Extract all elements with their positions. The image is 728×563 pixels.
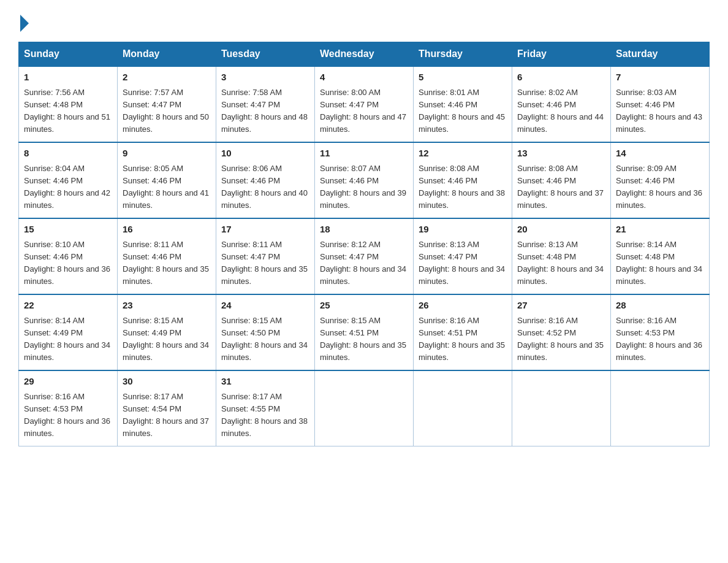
day-number: 19 (419, 223, 507, 237)
calendar-cell: 2 Sunrise: 7:57 AMSunset: 4:47 PMDayligh… (118, 66, 216, 142)
day-number: 13 (517, 147, 605, 161)
day-number: 16 (123, 223, 211, 237)
day-number: 2 (123, 71, 211, 85)
day-number: 15 (24, 223, 112, 237)
calendar-cell: 5 Sunrise: 8:01 AMSunset: 4:46 PMDayligh… (414, 66, 512, 142)
calendar-week-row: 1 Sunrise: 7:56 AMSunset: 4:48 PMDayligh… (19, 66, 710, 142)
day-number: 23 (123, 299, 211, 313)
day-info: Sunrise: 8:17 AMSunset: 4:55 PMDaylight:… (221, 392, 308, 438)
day-number: 28 (616, 299, 704, 313)
day-info: Sunrise: 8:16 AMSunset: 4:51 PMDaylight:… (419, 316, 505, 362)
calendar-cell: 24 Sunrise: 8:15 AMSunset: 4:50 PMDaylig… (216, 294, 315, 370)
day-number: 18 (320, 223, 408, 237)
calendar-cell: 30 Sunrise: 8:17 AMSunset: 4:54 PMDaylig… (118, 370, 216, 446)
day-number: 7 (616, 71, 704, 85)
calendar-cell: 6 Sunrise: 8:02 AMSunset: 4:46 PMDayligh… (512, 66, 611, 142)
logo (18, 12, 29, 29)
calendar-cell (512, 370, 611, 446)
calendar-cell (611, 370, 710, 446)
calendar-week-row: 22 Sunrise: 8:14 AMSunset: 4:49 PMDaylig… (19, 294, 710, 370)
day-number: 26 (419, 299, 507, 313)
day-info: Sunrise: 8:01 AMSunset: 4:46 PMDaylight:… (419, 88, 505, 134)
calendar-cell: 22 Sunrise: 8:14 AMSunset: 4:49 PMDaylig… (19, 294, 118, 370)
day-info: Sunrise: 8:14 AMSunset: 4:48 PMDaylight:… (616, 240, 702, 286)
day-info: Sunrise: 7:56 AMSunset: 4:48 PMDaylight:… (24, 88, 110, 134)
day-info: Sunrise: 8:13 AMSunset: 4:47 PMDaylight:… (419, 240, 505, 286)
day-info: Sunrise: 8:13 AMSunset: 4:48 PMDaylight:… (517, 240, 604, 286)
day-info: Sunrise: 8:08 AMSunset: 4:46 PMDaylight:… (419, 164, 505, 210)
day-info: Sunrise: 8:06 AMSunset: 4:46 PMDaylight:… (221, 164, 308, 210)
day-info: Sunrise: 8:00 AMSunset: 4:47 PMDaylight:… (320, 88, 406, 134)
calendar-week-row: 29 Sunrise: 8:16 AMSunset: 4:53 PMDaylig… (19, 370, 710, 446)
day-info: Sunrise: 8:16 AMSunset: 4:53 PMDaylight:… (24, 392, 110, 438)
calendar-cell: 20 Sunrise: 8:13 AMSunset: 4:48 PMDaylig… (512, 218, 611, 294)
calendar-cell: 10 Sunrise: 8:06 AMSunset: 4:46 PMDaylig… (216, 142, 315, 218)
calendar-cell: 26 Sunrise: 8:16 AMSunset: 4:51 PMDaylig… (414, 294, 512, 370)
page-header (18, 12, 710, 29)
calendar-cell: 1 Sunrise: 7:56 AMSunset: 4:48 PMDayligh… (19, 66, 118, 142)
calendar-cell (315, 370, 414, 446)
day-number: 5 (419, 71, 507, 85)
calendar-cell: 14 Sunrise: 8:09 AMSunset: 4:46 PMDaylig… (611, 142, 710, 218)
calendar-cell: 4 Sunrise: 8:00 AMSunset: 4:47 PMDayligh… (315, 66, 414, 142)
day-info: Sunrise: 8:09 AMSunset: 4:46 PMDaylight:… (616, 164, 702, 210)
day-info: Sunrise: 8:04 AMSunset: 4:46 PMDaylight:… (24, 164, 110, 210)
header-monday: Monday (118, 42, 216, 67)
calendar-cell: 28 Sunrise: 8:16 AMSunset: 4:53 PMDaylig… (611, 294, 710, 370)
day-info: Sunrise: 7:57 AMSunset: 4:47 PMDaylight:… (123, 88, 209, 134)
day-info: Sunrise: 8:14 AMSunset: 4:49 PMDaylight:… (24, 316, 110, 362)
calendar-cell: 9 Sunrise: 8:05 AMSunset: 4:46 PMDayligh… (118, 142, 216, 218)
header-saturday: Saturday (611, 42, 710, 67)
day-info: Sunrise: 8:05 AMSunset: 4:46 PMDaylight:… (123, 164, 209, 210)
calendar-table: SundayMondayTuesdayWednesdayThursdayFrid… (18, 42, 710, 446)
day-info: Sunrise: 7:58 AMSunset: 4:47 PMDaylight:… (221, 88, 308, 134)
day-number: 1 (24, 71, 112, 85)
day-number: 21 (616, 223, 704, 237)
day-number: 20 (517, 223, 605, 237)
day-info: Sunrise: 8:07 AMSunset: 4:46 PMDaylight:… (320, 164, 406, 210)
header-sunday: Sunday (19, 42, 118, 67)
calendar-cell: 23 Sunrise: 8:15 AMSunset: 4:49 PMDaylig… (118, 294, 216, 370)
day-number: 4 (320, 71, 408, 85)
day-info: Sunrise: 8:11 AMSunset: 4:47 PMDaylight:… (221, 240, 308, 286)
calendar-cell: 25 Sunrise: 8:15 AMSunset: 4:51 PMDaylig… (315, 294, 414, 370)
calendar-header-row: SundayMondayTuesdayWednesdayThursdayFrid… (19, 42, 710, 67)
day-number: 9 (123, 147, 211, 161)
day-number: 11 (320, 147, 408, 161)
day-number: 3 (221, 71, 309, 85)
calendar-cell: 3 Sunrise: 7:58 AMSunset: 4:47 PMDayligh… (216, 66, 315, 142)
calendar-cell: 11 Sunrise: 8:07 AMSunset: 4:46 PMDaylig… (315, 142, 414, 218)
day-number: 12 (419, 147, 507, 161)
calendar-cell: 17 Sunrise: 8:11 AMSunset: 4:47 PMDaylig… (216, 218, 315, 294)
calendar-cell: 31 Sunrise: 8:17 AMSunset: 4:55 PMDaylig… (216, 370, 315, 446)
day-number: 30 (123, 375, 211, 389)
day-info: Sunrise: 8:15 AMSunset: 4:50 PMDaylight:… (221, 316, 308, 362)
day-info: Sunrise: 8:12 AMSunset: 4:47 PMDaylight:… (320, 240, 406, 286)
calendar-cell: 7 Sunrise: 8:03 AMSunset: 4:46 PMDayligh… (611, 66, 710, 142)
calendar-week-row: 15 Sunrise: 8:10 AMSunset: 4:46 PMDaylig… (19, 218, 710, 294)
calendar-cell: 27 Sunrise: 8:16 AMSunset: 4:52 PMDaylig… (512, 294, 611, 370)
day-info: Sunrise: 8:16 AMSunset: 4:52 PMDaylight:… (517, 316, 604, 362)
day-info: Sunrise: 8:08 AMSunset: 4:46 PMDaylight:… (517, 164, 604, 210)
day-number: 31 (221, 375, 309, 389)
day-info: Sunrise: 8:15 AMSunset: 4:51 PMDaylight:… (320, 316, 406, 362)
day-info: Sunrise: 8:15 AMSunset: 4:49 PMDaylight:… (123, 316, 209, 362)
day-number: 14 (616, 147, 704, 161)
day-number: 17 (221, 223, 309, 237)
day-number: 8 (24, 147, 112, 161)
calendar-cell: 19 Sunrise: 8:13 AMSunset: 4:47 PMDaylig… (414, 218, 512, 294)
calendar-cell: 13 Sunrise: 8:08 AMSunset: 4:46 PMDaylig… (512, 142, 611, 218)
day-info: Sunrise: 8:17 AMSunset: 4:54 PMDaylight:… (123, 392, 209, 438)
day-info: Sunrise: 8:11 AMSunset: 4:46 PMDaylight:… (123, 240, 209, 286)
day-info: Sunrise: 8:16 AMSunset: 4:53 PMDaylight:… (616, 316, 702, 362)
calendar-week-row: 8 Sunrise: 8:04 AMSunset: 4:46 PMDayligh… (19, 142, 710, 218)
calendar-cell: 8 Sunrise: 8:04 AMSunset: 4:46 PMDayligh… (19, 142, 118, 218)
calendar-cell: 15 Sunrise: 8:10 AMSunset: 4:46 PMDaylig… (19, 218, 118, 294)
calendar-cell (414, 370, 512, 446)
day-info: Sunrise: 8:03 AMSunset: 4:46 PMDaylight:… (616, 88, 702, 134)
header-friday: Friday (512, 42, 611, 67)
day-info: Sunrise: 8:10 AMSunset: 4:46 PMDaylight:… (24, 240, 110, 286)
day-number: 24 (221, 299, 309, 313)
header-wednesday: Wednesday (315, 42, 414, 67)
calendar-cell: 18 Sunrise: 8:12 AMSunset: 4:47 PMDaylig… (315, 218, 414, 294)
